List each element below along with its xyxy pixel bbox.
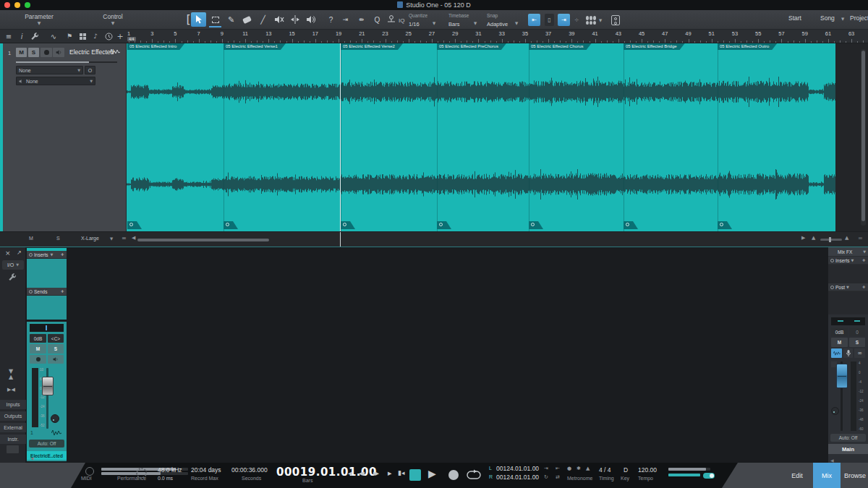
power-icon[interactable]: [29, 253, 33, 257]
event-gain-handle[interactable]: [437, 221, 451, 229]
browse-view-button[interactable]: Browse: [842, 463, 868, 488]
main-wave-view-button[interactable]: [831, 348, 842, 358]
record-button[interactable]: [448, 470, 459, 480]
listen-tool-button[interactable]: [303, 12, 318, 27]
event-gain-handle[interactable]: [718, 221, 732, 229]
inspector-icon[interactable]: i: [16, 31, 27, 42]
channel-automation-button[interactable]: Auto: Off: [29, 440, 64, 448]
io-dropdown[interactable]: I/O▼: [2, 260, 24, 270]
loop-button[interactable]: [466, 469, 482, 481]
arrow-tool-button[interactable]: [191, 12, 206, 27]
vertical-scrollbar-thumb[interactable]: [861, 51, 865, 221]
track-menu-icon[interactable]: ≡: [3, 31, 14, 42]
clock-icon[interactable]: [103, 31, 114, 42]
loop-follow-icon[interactable]: ↻: [544, 475, 548, 480]
main-gain-button[interactable]: 0dB: [831, 328, 848, 336]
parameter-dropdown[interactable]: Parameter ▼: [6, 12, 72, 28]
mute-tool-button[interactable]: [271, 12, 286, 27]
pencil-tool-button[interactable]: ✎: [224, 12, 239, 27]
sends-header[interactable]: Sends +: [27, 288, 67, 296]
add-track-icon[interactable]: +: [114, 31, 126, 42]
channel-fader-cap[interactable]: [42, 377, 54, 395]
collapse-vertical-icon[interactable]: ▼▲: [9, 369, 13, 380]
channel-record-arm-button[interactable]: [30, 355, 46, 364]
preroll-icon[interactable]: ⇥: [544, 466, 548, 471]
scroll-left-icon[interactable]: ◀: [30, 456, 34, 461]
track-volume-slider[interactable]: [16, 61, 117, 63]
snap-relative-toggle[interactable]: ⇥: [558, 14, 570, 26]
pin-console-icon[interactable]: ↗: [17, 250, 22, 256]
scroll-left-icon[interactable]: ◀: [132, 236, 135, 241]
automation-curve-icon[interactable]: ∿: [48, 31, 59, 42]
edit-view-button[interactable]: Edit: [783, 463, 812, 488]
close-console-icon[interactable]: ×: [5, 250, 11, 257]
global-solo-button[interactable]: S: [56, 236, 60, 241]
zoom-out-icon[interactable]: ▶: [801, 236, 805, 241]
channel-solo-button[interactable]: S: [48, 344, 64, 354]
click-settings-icon[interactable]: ✱: [576, 466, 581, 471]
input-quantize-toggle[interactable]: IQ: [399, 17, 404, 24]
main-pan-button[interactable]: 0: [849, 328, 865, 336]
precount-icon[interactable]: ●: [567, 466, 571, 471]
note-list-icon[interactable]: ♪: [90, 31, 101, 42]
zoom-in-icon[interactable]: ▲: [845, 236, 848, 241]
track-monitor-button[interactable]: [53, 48, 64, 57]
autoscroll-button[interactable]: ⇥: [338, 12, 353, 27]
snap-mode-button[interactable]: ▯: [545, 14, 554, 26]
nudge-forward-button[interactable]: ▸: [388, 469, 392, 477]
monitor-toggle[interactable]: [703, 473, 715, 479]
mixfx-header[interactable]: Mix FX ▼: [828, 247, 868, 257]
track-height-icon[interactable]: ≡: [122, 236, 127, 241]
add-send-icon[interactable]: +: [61, 289, 64, 294]
layers-grid-icon[interactable]: [77, 31, 88, 42]
project-page-button[interactable]: Project: [850, 14, 868, 22]
inserts-panel[interactable]: [27, 259, 67, 288]
channel-pan-knob[interactable]: [51, 414, 59, 423]
input-slot-dropdown[interactable]: None▼: [16, 77, 95, 85]
tempo-value[interactable]: 120.00: [638, 466, 657, 474]
power-icon[interactable]: [830, 259, 834, 262]
zoom-handle-icon[interactable]: ▲: [812, 236, 815, 241]
section-marker[interactable]: 05 Electric Effected Outro: [718, 43, 777, 50]
track-solo-button[interactable]: S: [28, 48, 39, 57]
post-panel[interactable]: [828, 291, 868, 314]
track-mute-button[interactable]: M: [16, 48, 27, 57]
inserts-header[interactable]: Inserts ▼ +: [27, 251, 67, 259]
quantize-value-dropdown[interactable]: 1/16: [409, 21, 420, 27]
key-value[interactable]: D: [624, 466, 628, 474]
channel-mute-button[interactable]: M: [30, 344, 46, 354]
eraser-tool-button[interactable]: [239, 12, 255, 27]
rewind-button[interactable]: ◂◂: [359, 469, 362, 477]
metronome-icon[interactable]: ▲: [586, 466, 590, 471]
global-mute-button[interactable]: M: [29, 236, 33, 241]
power-icon[interactable]: [830, 286, 834, 289]
loop-end-value[interactable]: 00124.01.01.00: [496, 474, 539, 481]
inserts-header[interactable]: Inserts ▼ +: [828, 257, 868, 265]
inserts-panel[interactable]: [828, 265, 868, 283]
event-gain-handle[interactable]: [341, 221, 355, 229]
grid-view-button[interactable]: [586, 16, 596, 25]
channel-gain-button[interactable]: 0dB: [30, 334, 46, 343]
timeline-ruler[interactable]: 1357911131517192123252729313335373941434…: [127, 30, 868, 43]
return-to-start-button[interactable]: ▮◂: [398, 470, 404, 476]
song-page-button[interactable]: Song: [820, 14, 835, 22]
section-marker[interactable]: 05 Electric Effected Bridge: [624, 43, 685, 50]
wrench-icon[interactable]: [29, 31, 41, 42]
split-tool-button[interactable]: [287, 12, 302, 27]
power-icon[interactable]: [29, 290, 33, 294]
main-name-label[interactable]: Main: [828, 444, 868, 454]
add-post-icon[interactable]: +: [862, 285, 866, 290]
sends-panel[interactable]: [27, 296, 67, 320]
zoom-slider[interactable]: [820, 239, 842, 241]
play-button[interactable]: ▶: [428, 468, 436, 479]
control-dropdown[interactable]: Control ▼: [75, 12, 150, 28]
loop-start-value[interactable]: 00124.01.01.00: [496, 465, 539, 472]
main-mono-toggle[interactable]: ∞: [854, 348, 865, 358]
console-rail-item-instr[interactable]: Instr.: [0, 435, 26, 444]
snap-to-grid-toggle[interactable]: ⇤: [528, 14, 540, 26]
mix-view-button[interactable]: Mix: [813, 463, 841, 488]
section-marker[interactable]: 05 Electric Effected Verse2: [341, 43, 403, 50]
channel-pan-button[interactable]: <C>: [48, 334, 64, 343]
event-gain-handle[interactable]: [224, 221, 238, 229]
track-height-dropdown[interactable]: X-Large: [81, 236, 99, 241]
